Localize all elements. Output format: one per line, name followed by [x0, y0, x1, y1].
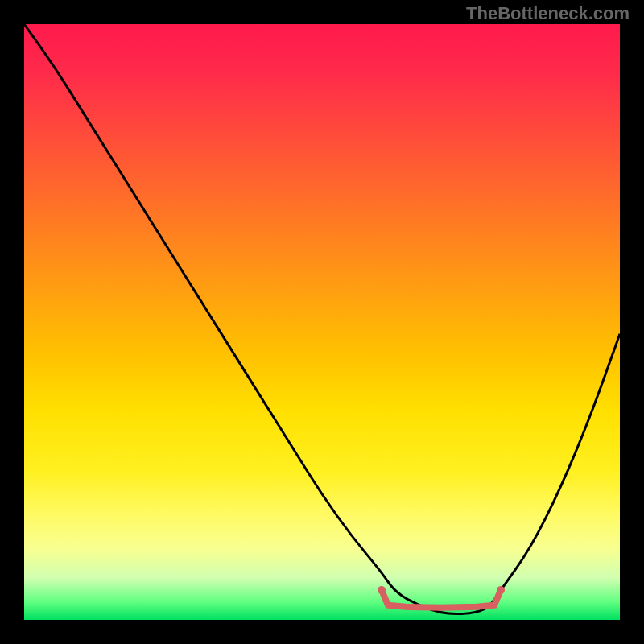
bottleneck-curve [24, 24, 620, 614]
optimal-marker-left-dot [378, 586, 386, 594]
optimal-marker-right-dot [497, 586, 505, 594]
plot-area [24, 24, 620, 620]
attribution-text: TheBottleneck.com [466, 3, 630, 24]
chart-svg [24, 24, 620, 620]
